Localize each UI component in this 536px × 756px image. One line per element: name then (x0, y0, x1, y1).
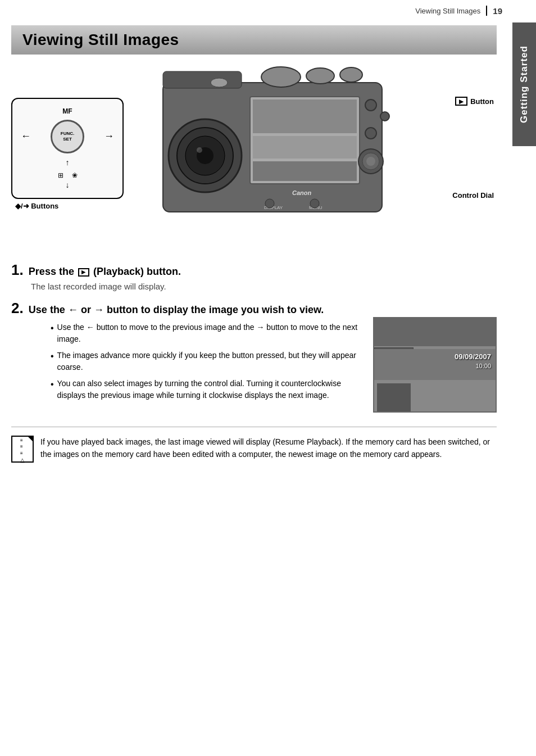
svg-rect-1 (163, 71, 242, 88)
icons-row: ↑ (21, 158, 114, 167)
down-arrow-icon: ↓ (21, 180, 114, 189)
header-divider (486, 6, 487, 16)
camera-body-area: Canon DISPLAY MENU ▶ Button (129, 66, 497, 230)
svg-point-2 (261, 67, 301, 87)
page-title: Viewing Still Images (22, 31, 485, 49)
camera-diagram-left: MF ← FUNC.SET → ↑ ⊞ ❀ ↓ ◆/➜ Buttons (11, 98, 124, 199)
svg-point-3 (306, 68, 334, 84)
step2-header: 2. Use the ← or → button to display the … (11, 300, 497, 317)
date-text: 09/09/2007 (455, 352, 491, 362)
step2: 2. Use the ← or → button to display the … (11, 300, 497, 413)
step1: 1. Press the ▶ (Playback) button. The la… (11, 261, 497, 291)
camera-svg: Canon DISPLAY MENU (129, 66, 405, 229)
svg-rect-13 (253, 136, 357, 159)
svg-point-5 (211, 78, 228, 87)
flower-icon: ❀ (72, 171, 78, 179)
note-text: If you have played back images, the last… (40, 436, 497, 461)
step2-title: Use the ← or → button to display the ima… (29, 304, 324, 315)
playback-inline-icon: ▶ (78, 268, 89, 277)
svg-text:Canon: Canon (292, 189, 312, 196)
step1-header: 1. Press the ▶ (Playback) button. (11, 261, 497, 279)
svg-point-17 (380, 112, 389, 121)
up-arrow-icon: ↑ (66, 158, 70, 167)
svg-point-16 (365, 99, 376, 111)
note-icon-lines: ≡≡≡ △ (20, 434, 25, 464)
note-icon: ≡≡≡ △ (11, 436, 34, 463)
side-tab-label: Getting Started (519, 46, 530, 123)
step2-text: Use the ← button to move to the previous… (31, 317, 362, 406)
step1-subtitle: The last recorded image will display. (31, 282, 497, 291)
func-arrow-row: ← FUNC.SET → (21, 120, 114, 153)
svg-point-18 (365, 128, 376, 139)
svg-point-21 (366, 157, 375, 166)
svg-point-10 (197, 147, 202, 153)
title-bar: Viewing Still Images (11, 25, 497, 55)
svg-rect-12 (253, 99, 357, 133)
page-header: Viewing Still Images 19 (415, 6, 502, 16)
svg-point-25 (310, 199, 319, 208)
step2-image: 09/09/2007 10:00 (373, 317, 497, 413)
control-dial-label: Control Dial (452, 191, 494, 200)
left-arrow-icon: ← (21, 130, 31, 142)
page-number: 19 (493, 6, 502, 16)
time-text: 10:00 (455, 362, 491, 370)
main-content: Viewing Still Images MF ← FUNC.SET → ↑ ⊞… (0, 0, 508, 474)
svg-rect-14 (253, 161, 357, 181)
func-set-button[interactable]: FUNC.SET (51, 120, 84, 153)
step1-number: 1. (11, 261, 24, 278)
playback-button-label: ▶ Button (455, 97, 494, 106)
side-tab: Getting Started (512, 22, 536, 146)
thumbnail-top (374, 318, 496, 346)
func-set-label: FUNC.SET (61, 131, 74, 142)
note-box: ≡≡≡ △ If you have played back images, th… (11, 427, 497, 463)
date-overlay: 09/09/2007 10:00 (455, 352, 491, 371)
svg-point-4 (340, 67, 362, 82)
camera-diagram-container: MF ← FUNC.SET → ↑ ⊞ ❀ ↓ ◆/➜ Buttons (11, 66, 497, 242)
page-header-text: Viewing Still Images (415, 7, 480, 15)
step2-content: Use the ← button to move to the previous… (31, 317, 497, 413)
bullet-2: The images advance more quickly if you k… (51, 350, 362, 373)
display-box: 09/09/2007 10:00 (373, 317, 497, 413)
playback-icon: ▶ (455, 97, 467, 106)
thumbnail-bot (377, 383, 411, 411)
bullet-1: Use the ← button to move to the previous… (51, 322, 362, 345)
bullet-3: You can also select images by turning th… (51, 378, 362, 401)
mf-label: MF (21, 107, 114, 115)
step1-title: Press the ▶ (Playback) button. (29, 266, 181, 277)
svg-point-24 (265, 199, 274, 208)
grid-icon: ⊞ (58, 171, 63, 179)
step2-bullets: Use the ← button to move to the previous… (51, 322, 362, 401)
step2-number: 2. (11, 300, 24, 316)
bottom-icons-row: ⊞ ❀ (21, 171, 114, 179)
buttons-label: ◆/➜ Buttons (15, 202, 58, 210)
right-arrow-icon: → (104, 130, 114, 142)
